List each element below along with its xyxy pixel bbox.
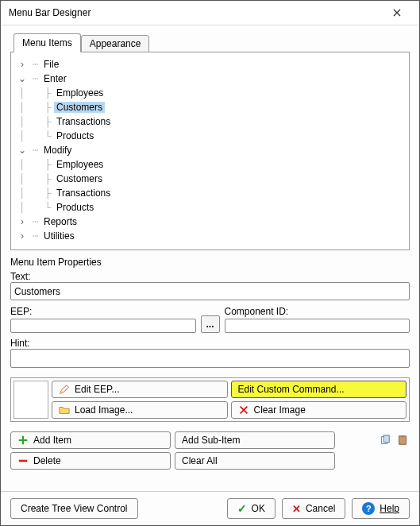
button-label: Load Image... (75, 404, 133, 416)
expander-icon[interactable]: › (16, 59, 29, 70)
tree-label: Utilities (41, 230, 77, 242)
clear-image-button[interactable]: Clear Image (231, 401, 407, 419)
copy-icon[interactable] (380, 435, 391, 446)
client-area: Menu Items Appearance › ┄ File ⌄ ┄ Enter… (1, 25, 419, 491)
dialog-window: Menu Bar Designer Menu Items Appearance … (0, 0, 420, 526)
expander-icon[interactable]: › (16, 230, 29, 242)
tree-node-enter[interactable]: ⌄ ┄ Enter (16, 72, 404, 86)
plus-green-icon (17, 435, 29, 446)
tab-strip: Menu Items Appearance (10, 33, 410, 52)
tree-node-file[interactable]: › ┄ File (16, 57, 404, 72)
tree-node-modify-customers[interactable]: │├ Customers (16, 172, 404, 186)
action-rows: Add Item Add Sub-Item Delete Clear All (10, 431, 410, 470)
tree-node-enter-employees[interactable]: │├ Employees (16, 86, 404, 100)
edit-eep-button[interactable]: Edit EEP... (52, 381, 228, 398)
close-button[interactable] (381, 1, 413, 25)
button-label: Create Tree View Control (21, 503, 128, 514)
help-icon: ? (362, 502, 375, 515)
button-label: Edit EEP... (75, 384, 119, 395)
text-input[interactable] (10, 282, 410, 300)
x-red-icon (238, 404, 249, 416)
tree-label: Reports (41, 216, 79, 227)
button-label: Help (380, 503, 399, 514)
load-image-button[interactable]: Load Image... (52, 401, 228, 419)
bottom-bar: Create Tree View Control ✓ OK ✕ Cancel ?… (1, 491, 419, 525)
eep-input[interactable] (10, 319, 196, 333)
tree-label: Employees (54, 87, 106, 99)
tree-label-selected: Customers (54, 102, 105, 113)
tree-node-enter-products[interactable]: │└ Products (16, 129, 404, 143)
expander-icon[interactable]: ⌄ (16, 145, 29, 156)
expander-icon[interactable]: › (16, 216, 29, 227)
tree-label: Products (54, 130, 96, 141)
button-label: Cancel (306, 503, 335, 514)
button-label: Clear Image (254, 404, 306, 416)
tree-label: Customers (54, 173, 105, 184)
add-item-button[interactable]: Add Item (10, 431, 171, 449)
command-block: Edit EEP... Edit Custom Command... Load … (10, 377, 410, 422)
ok-button[interactable]: ✓ OK (227, 498, 276, 519)
tab-label: Appearance (90, 38, 141, 49)
properties-group-label: Menu Item Properties (10, 257, 410, 268)
tree-label: Enter (41, 73, 69, 84)
hint-input[interactable] (10, 349, 410, 367)
button-label: Clear All (182, 455, 218, 466)
tree-node-modify-employees[interactable]: │├ Employees (16, 157, 404, 172)
eep-browse-button[interactable]: ... (201, 315, 220, 333)
tree-label: Transactions (54, 116, 113, 127)
expander-icon[interactable]: ⌄ (16, 73, 29, 84)
button-label: Add Item (33, 435, 71, 446)
component-id-input[interactable] (225, 319, 410, 333)
tree-label: File (41, 59, 61, 70)
button-label: OK (252, 503, 265, 514)
component-id-label: Component ID: (225, 306, 410, 317)
help-button[interactable]: ? Help (352, 498, 410, 519)
hint-label: Hint: (10, 338, 410, 349)
minus-red-icon (17, 455, 29, 466)
cancel-button[interactable]: ✕ Cancel (282, 498, 345, 519)
folder-open-icon (59, 404, 70, 416)
button-label: Delete (33, 455, 61, 466)
tree-label: Employees (54, 159, 106, 170)
tree-node-reports[interactable]: › ┄ Reports (16, 215, 404, 229)
tree-node-utilities[interactable]: › ┄ Utilities (16, 229, 404, 243)
check-icon: ✓ (237, 502, 247, 515)
menu-tree[interactable]: › ┄ File ⌄ ┄ Enter │├ Employees │├ Custo… (10, 52, 410, 250)
close-icon (393, 9, 401, 17)
button-label: Edit Custom Command... (238, 384, 345, 395)
tab-appearance[interactable]: Appearance (81, 35, 150, 52)
ellipsis-text: ... (206, 319, 214, 330)
tree-node-modify[interactable]: ⌄ ┄ Modify (16, 143, 404, 157)
svg-rect-3 (401, 435, 404, 438)
spacer (10, 470, 410, 485)
paste-icon[interactable] (397, 435, 408, 446)
tree-node-modify-transactions[interactable]: │├ Transactions (16, 186, 404, 200)
tree-node-enter-transactions[interactable]: │├ Transactions (16, 114, 404, 129)
tab-label: Menu Items (22, 37, 72, 48)
window-title: Menu Bar Designer (9, 7, 91, 18)
edit-custom-command-button[interactable]: Edit Custom Command... (231, 381, 407, 398)
button-label: Add Sub-Item (182, 435, 240, 446)
eep-label: EEP: (10, 306, 196, 317)
tree-node-modify-products[interactable]: │└ Products (16, 200, 404, 215)
add-sub-item-button[interactable]: Add Sub-Item (175, 431, 335, 449)
svg-rect-1 (383, 435, 389, 443)
tree-label: Transactions (54, 188, 113, 199)
tree-label: Products (54, 202, 96, 213)
pencil-icon (59, 384, 70, 395)
x-icon: ✕ (292, 503, 301, 515)
titlebar: Menu Bar Designer (1, 1, 419, 25)
delete-button[interactable]: Delete (10, 452, 171, 470)
text-label: Text: (10, 271, 410, 282)
create-tree-view-button[interactable]: Create Tree View Control (10, 498, 138, 519)
clear-all-button[interactable]: Clear All (175, 452, 335, 470)
tree-label: Modify (41, 145, 74, 156)
tab-menu-items[interactable]: Menu Items (13, 33, 81, 52)
image-preview (13, 381, 48, 419)
tree-node-enter-customers[interactable]: │├ Customers (16, 100, 404, 114)
